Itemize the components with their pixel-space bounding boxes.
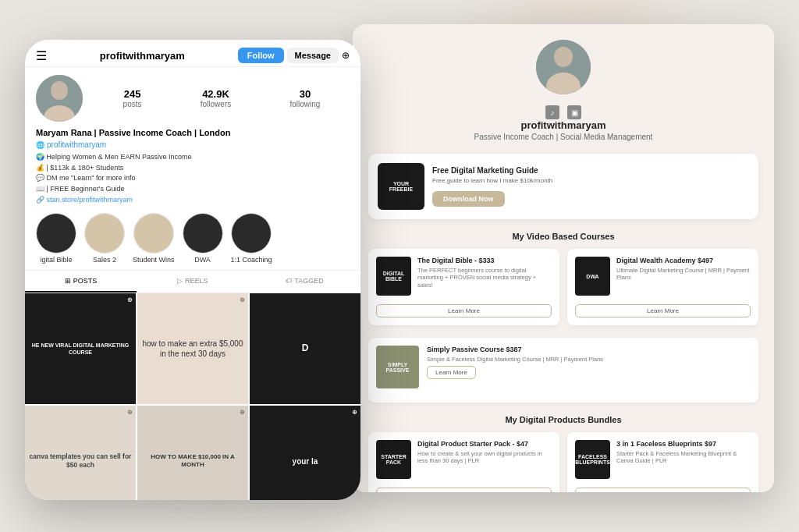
course-title: The Digital Bible - $333	[417, 257, 552, 266]
freebie-desc: Free guide to learn how I make $10k/mont…	[432, 176, 749, 185]
freebie-thumbnail: YOUR FREEBIE	[378, 163, 424, 210]
follow-button[interactable]: Follow	[238, 48, 284, 63]
freebie-info: Free Digital Marketing Guide Free guide …	[432, 166, 749, 206]
highlight-item[interactable]: Student Wins	[133, 213, 175, 264]
ig-avatar	[36, 75, 83, 122]
grid-post-item[interactable]: ⊕ canva templates you can sell for $50 e…	[25, 406, 136, 500]
course-desc: Simple & Faceless Digital Marketing Cour…	[427, 356, 751, 364]
ig-header: ☰ profitwithmaryam Follow Message ⊕	[25, 40, 360, 67]
stan-profile: ♪ ▣ profitwithmaryam Passive Income Coac…	[368, 40, 758, 141]
grid-post-item[interactable]: ⊕ how to make an extra $5,000 in the nex…	[137, 293, 248, 404]
posts-stat: 245 posts	[123, 88, 142, 108]
save-icon: ⊕	[240, 296, 245, 303]
ig-tabs: ⊞ POSTS ▷ REELS 🏷 TAGGED	[25, 270, 360, 293]
video-courses-title: My Video Based Courses	[368, 232, 758, 241]
download-freebie-button[interactable]: Download Now	[432, 191, 505, 207]
courses-grid: DIGITAL BIBLE The Digital Bible - $333 T…	[368, 249, 758, 325]
course-thumbnail: DIGITAL BIBLE	[376, 257, 411, 296]
tab-posts[interactable]: ⊞ POSTS	[25, 271, 137, 293]
tab-tagged[interactable]: 🏷 TAGGED	[249, 271, 360, 293]
products-title: My Digital Products Bundles	[368, 415, 758, 424]
product-desc: Starter Pack & Faceless Marketing Bluepr…	[616, 450, 751, 466]
learn-more-button[interactable]: Learn More	[575, 304, 751, 317]
wide-course-card: SIMPLY PASSIVE Simply Passive Course $38…	[368, 338, 758, 403]
message-button[interactable]: Message	[287, 48, 339, 63]
product-thumbnail: FACELESS BLUEPRINTS	[575, 440, 610, 479]
ig-bio-link[interactable]: 🔗 stan.store/profitwithmaryam	[36, 196, 350, 204]
svg-point-1	[554, 47, 573, 67]
ig-bio-website[interactable]: profitwithmaryam	[47, 139, 106, 151]
grid-post-item[interactable]: ⊕ HE NEW VIRAL DIGITAL MARKETING COURSE	[25, 293, 136, 404]
product-thumbnail: STARTER PACK	[376, 440, 411, 479]
ig-profile-section: 245 posts 42.9K followers 30 following	[25, 67, 360, 208]
stan-bio: Passive Income Coach | Social Media Mana…	[474, 133, 653, 141]
stan-username: profitwithmaryam	[520, 119, 605, 131]
save-icon: ⊕	[352, 409, 357, 416]
freebie-card: YOUR FREEBIE Free Digital Marketing Guid…	[368, 154, 758, 219]
course-thumbnail: DWA	[575, 257, 610, 296]
course-desc: Ultimate Digital Marketing Course | MRR …	[616, 267, 751, 282]
learn-more-button[interactable]: Learn More	[575, 488, 751, 492]
grid-post-item[interactable]: D	[250, 293, 360, 404]
learn-more-button[interactable]: Learn More	[376, 488, 552, 492]
save-icon: ⊕	[127, 409, 133, 416]
product-card: FACELESS BLUEPRINTS 3 in 1 Faceless Blue…	[567, 432, 758, 492]
course-desc: The PERFECT beginners course to digital …	[417, 267, 552, 289]
save-icon: ⊕	[240, 409, 245, 416]
tiktok-icon[interactable]: ♪	[545, 105, 559, 119]
instagram-icon[interactable]: ▣	[567, 105, 581, 119]
product-desc: How to create & sell your own digital pr…	[417, 450, 552, 466]
ig-posts-grid: ⊕ HE NEW VIRAL DIGITAL MARKETING COURSE …	[25, 293, 360, 500]
followers-stat: 42.9K followers	[201, 88, 231, 108]
highlight-item[interactable]: 1:1 Coaching	[231, 213, 272, 264]
learn-more-button[interactable]: Learn More	[427, 366, 476, 379]
product-title: 3 in 1 Faceless Blueprints $97	[616, 440, 751, 449]
ig-bio-name: Maryam Rana | Passive Income Coach | Lon…	[36, 128, 350, 137]
products-grid: STARTER PACK Digital Product Starter Pac…	[368, 432, 758, 492]
stan-store-page: ♪ ▣ profitwithmaryam Passive Income Coac…	[353, 24, 774, 492]
highlight-item[interactable]: Sales 2	[84, 213, 125, 264]
ig-highlights: igital Bible Sales 2 Student Wins DWA 1:…	[25, 208, 360, 270]
grid-post-item[interactable]: ⊕ HOW TO MAKE $10,000 IN A MONTH	[137, 406, 248, 500]
following-stat: 30 following	[289, 88, 320, 108]
ig-bio-line1: 🌍 Helping Women & Men EARN Passive Incom…	[36, 152, 350, 194]
course-thumbnail: SIMPLY PASSIVE	[376, 346, 419, 388]
course-card: DWA Digital Wealth Academy $497 Ultimate…	[567, 249, 758, 325]
highlight-item[interactable]: igital Bible	[36, 213, 76, 264]
phone-mockup: ☰ profitwithmaryam Follow Message ⊕	[25, 40, 360, 500]
learn-more-button[interactable]: Learn More	[376, 304, 552, 317]
freebie-title: Free Digital Marketing Guide	[432, 166, 749, 175]
grid-post-item[interactable]: ⊕ your la	[250, 406, 360, 500]
highlight-item[interactable]: DWA	[183, 213, 223, 264]
tab-reels[interactable]: ▷ REELS	[137, 271, 248, 293]
stan-avatar	[536, 40, 591, 94]
product-card: STARTER PACK Digital Product Starter Pac…	[368, 432, 559, 492]
ig-username: profitwithmaryam	[47, 50, 238, 62]
svg-point-4	[51, 81, 68, 100]
save-icon: ⊕	[127, 296, 133, 303]
ig-stats: 245 posts 42.9K followers 30 following	[94, 88, 350, 108]
product-title: Digital Product Starter Pack - $47	[417, 440, 552, 449]
course-title: Digital Wealth Academy $497	[616, 257, 751, 266]
course-card: DIGITAL BIBLE The Digital Bible - $333 T…	[368, 249, 559, 325]
course-title: Simply Passive Course $387	[427, 346, 751, 355]
